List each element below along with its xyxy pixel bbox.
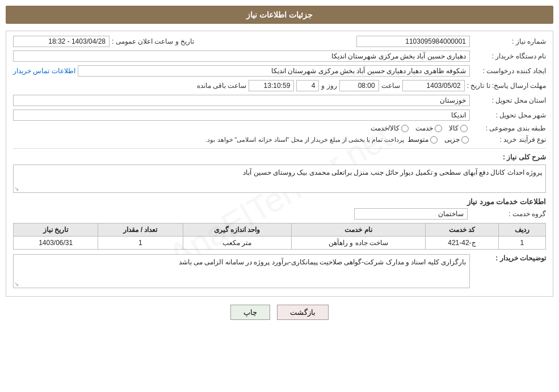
print-button[interactable]: چاپ	[230, 305, 270, 320]
saat-irsaal-value: 08:00	[339, 80, 379, 91]
ostan-value: خوزستان	[13, 95, 470, 106]
nooe-farayand-row: نوع فرآیند خرید : جزیی متوسط پرداخت تمام…	[13, 136, 546, 144]
tabaghe-kalakhadamat-item: کالا/خدمت	[371, 124, 409, 132]
col-tedad: تعداد / مقدار	[98, 224, 183, 237]
grooh-row: گروه خدمت : ساختمان	[13, 208, 546, 220]
ijad-konande-label: ایجاد کننده درخواست :	[472, 67, 546, 75]
tabaghe-khadamat-item: خدمت	[415, 124, 442, 132]
ijad-konande-row: ایجاد کننده درخواست : شکوفه ظاهری دهیار …	[13, 65, 546, 77]
tabaghe-row: طبقه بندی موضوعی : کالا خدمت کالا/خدمت	[13, 124, 546, 132]
table-row: 1ج-42-421ساخت جاده و راهآهنمتر مکعب11403…	[14, 237, 546, 250]
tabaghe-khadamat-label: خدمت	[415, 124, 433, 132]
mohlat-irsaal-row: مهلت ارسال پاسخ: تا تاریخ : 1403/05/02 س…	[13, 80, 546, 91]
nam-dastgah-row: نام دستگاه خریدار : دهیاری حسین آباد بخش…	[13, 50, 546, 62]
shomare-niaz-value: 1103095984000001	[356, 36, 470, 47]
mohlat-irsaal-label: مهلت ارسال پاسخ: تا تاریخ :	[467, 82, 546, 90]
sharh-value: پروژه احداث کانال دفع آبهای سطحی و تکمیل…	[13, 165, 546, 193]
nam-dastgah-label: نام دستگاه خریدار :	[472, 52, 546, 60]
farayand-jozii-radio[interactable]	[461, 136, 469, 144]
tawzihat-value: بارگزاری کلیه اسناد و مدارک شرکت-گواهی ص…	[13, 254, 470, 288]
main-form: شماره نیاز : 1103095984000001 تاریخ و سا…	[6, 31, 553, 297]
rooz-label: روز و	[321, 82, 337, 90]
col-kod-khadamat: کد خدمت	[426, 224, 499, 237]
sharh-title-row: شرح کلی نیاز :	[13, 153, 546, 161]
shahr-row: شهر محل تحویل : اندیکا	[13, 109, 546, 121]
ostan-row: استان محل تحویل : خوزستان	[13, 95, 546, 106]
col-radif: ردیف	[498, 224, 545, 237]
grooh-value: ساختمان	[354, 208, 468, 220]
farayand-motavaset-item: متوسط	[407, 136, 438, 144]
tabaghe-kala-item: کالا	[449, 124, 468, 132]
nooe-farayand-desc: پرداخت تمام یا بخشی از مبلغ خریدار از مح…	[13, 136, 404, 144]
farayand-motavaset-label: متوسط	[407, 136, 428, 144]
table-cell: ساخت جاده و راهآهن	[291, 237, 425, 250]
tawzihat-row: توضیحات خریدار : بارگزاری کلیه اسناد و م…	[13, 254, 546, 288]
saat-mande-value: 13:10:59	[249, 80, 294, 91]
page-title: جزئیات اطلاعات نیاز	[6, 6, 553, 24]
saat-irsaal-label: ساعت	[381, 82, 400, 90]
sharh-box-wrapper: پروژه احداث کانال دفع آبهای سطحی و تکمیل…	[13, 165, 546, 193]
tawzihat-resize-icon: ↘	[14, 281, 19, 287]
services-table: ردیف کد خدمت نام خدمت واحد اندازه گیری ت…	[13, 223, 546, 250]
shahr-value: اندیکا	[13, 109, 470, 121]
col-tarikh-niaz: تاریخ نیاز	[14, 224, 98, 237]
tabaghe-kalakhadamat-label: کالا/خدمت	[371, 124, 400, 132]
tabaghe-kalakhadamat-radio[interactable]	[401, 125, 409, 132]
nooe-farayand-radio-group: جزیی متوسط	[407, 136, 469, 144]
farayand-motavaset-radio[interactable]	[430, 136, 438, 144]
khadamat-section-title: اطلاعات خدمات مورد نیاز	[13, 197, 546, 206]
table-cell: متر مکعب	[183, 237, 291, 250]
ettelaat-tamas-link[interactable]: اطلاعات تماس خریدار	[13, 67, 75, 75]
resize-icon: ↘	[14, 186, 19, 192]
col-vahed: واحد اندازه گیری	[183, 224, 291, 237]
table-cell: 1	[98, 237, 183, 250]
ostan-label: استان محل تحویل :	[472, 96, 546, 104]
tabaghe-kala-label: کالا	[449, 124, 459, 132]
shomare-niaz-row: شماره نیاز : 1103095984000001 تاریخ و سا…	[13, 36, 546, 47]
nam-dastgah-value: دهیاری حسین آباد بخش مرکزی شهرستان اندیک…	[13, 50, 470, 62]
tabaghe-kala-radio[interactable]	[460, 125, 468, 132]
shomare-niaz-label: شماره نیاز :	[472, 37, 546, 45]
back-button[interactable]: بازگشت	[277, 305, 329, 320]
button-row: بازگشت چاپ	[6, 305, 553, 320]
tarikh-irsaal-value: 1403/05/02	[402, 80, 465, 91]
shahr-label: شهر محل تحویل :	[472, 111, 546, 119]
table-cell: ج-42-421	[426, 237, 499, 250]
tawzihat-label: توضیحات خریدار :	[472, 254, 546, 262]
tabaghe-label: طبقه بندی موضوعی :	[472, 124, 546, 132]
tabaghe-khadamat-radio[interactable]	[435, 125, 442, 132]
table-cell: 1403/06/31	[14, 237, 98, 250]
table-cell: 1	[498, 237, 545, 250]
grooh-label: گروه خدمت :	[472, 210, 546, 218]
col-nam-khadamat: نام خدمت	[291, 224, 425, 237]
tarikh-saat-label: تاریخ و ساعت اعلان عمومی :	[112, 37, 194, 45]
tarikh-saat-value: 1403/04/28 - 18:32	[13, 36, 110, 47]
nooe-farayand-label: نوع فرآیند خرید :	[472, 136, 546, 144]
ijad-konande-value: شکوفه ظاهری دهیار دهیاری حسین آباد بخش م…	[78, 65, 470, 77]
farayand-jozii-label: جزیی	[444, 136, 460, 144]
rooz-value: 4	[296, 80, 319, 91]
farayand-jozii-item: جزیی	[444, 136, 469, 144]
saat-mande-label: ساعت باقی مانده	[197, 82, 247, 90]
sharh-label: شرح کلی نیاز :	[472, 153, 546, 161]
tabaghe-radio-group: کالا خدمت کالا/خدمت	[371, 124, 468, 132]
